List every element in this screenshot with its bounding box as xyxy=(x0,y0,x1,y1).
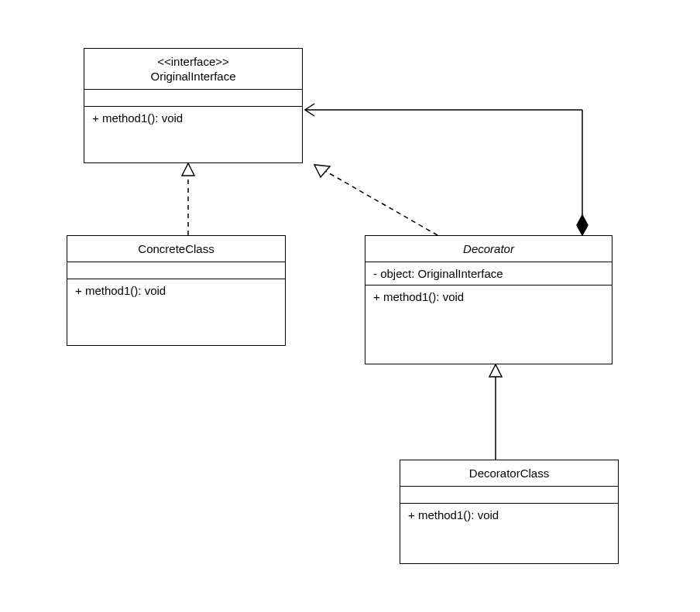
svg-marker-1 xyxy=(182,163,194,176)
class-name: DecoratorClass xyxy=(408,467,610,480)
attribute-item: - object: OriginalInterface xyxy=(373,267,503,280)
attributes-section xyxy=(67,262,285,279)
method-item: + method1(): void xyxy=(75,284,166,297)
svg-marker-6 xyxy=(577,215,588,235)
svg-marker-8 xyxy=(489,364,502,377)
class-header: ConcreteClass xyxy=(67,236,285,262)
methods-section: + method1(): void xyxy=(67,279,285,302)
class-name: Decorator xyxy=(373,242,604,255)
generalization-decoratorclass-to-decorator xyxy=(489,364,502,460)
class-original-interface: <<interface>> OriginalInterface + method… xyxy=(84,48,303,163)
stereotype-label: <<interface>> xyxy=(92,55,294,68)
class-header: Decorator xyxy=(365,236,612,262)
method-item: + method1(): void xyxy=(92,111,183,125)
method-item: + method1(): void xyxy=(373,290,464,303)
class-name: OriginalInterface xyxy=(92,70,294,83)
uml-diagram: <<interface>> OriginalInterface + method… xyxy=(0,0,700,612)
attributes-section xyxy=(400,486,618,503)
class-name: ConcreteClass xyxy=(75,242,277,255)
composition-decorator-to-original xyxy=(305,104,588,235)
svg-line-2 xyxy=(325,171,438,235)
class-decorator-class: DecoratorClass + method1(): void xyxy=(400,460,619,564)
realization-concrete-to-original xyxy=(182,163,194,235)
methods-section: + method1(): void xyxy=(84,106,302,129)
realization-decorator-to-original xyxy=(314,165,438,235)
attributes-section xyxy=(84,89,302,106)
class-header: <<interface>> OriginalInterface xyxy=(84,49,302,89)
class-concrete: ConcreteClass + method1(): void xyxy=(67,235,286,346)
svg-marker-3 xyxy=(314,165,330,177)
class-header: DecoratorClass xyxy=(400,460,618,486)
methods-section: + method1(): void xyxy=(400,503,618,526)
methods-section: + method1(): void xyxy=(365,285,612,308)
class-decorator: Decorator - object: OriginalInterface + … xyxy=(365,235,612,364)
method-item: + method1(): void xyxy=(408,508,499,521)
attributes-section: - object: OriginalInterface xyxy=(365,262,612,285)
